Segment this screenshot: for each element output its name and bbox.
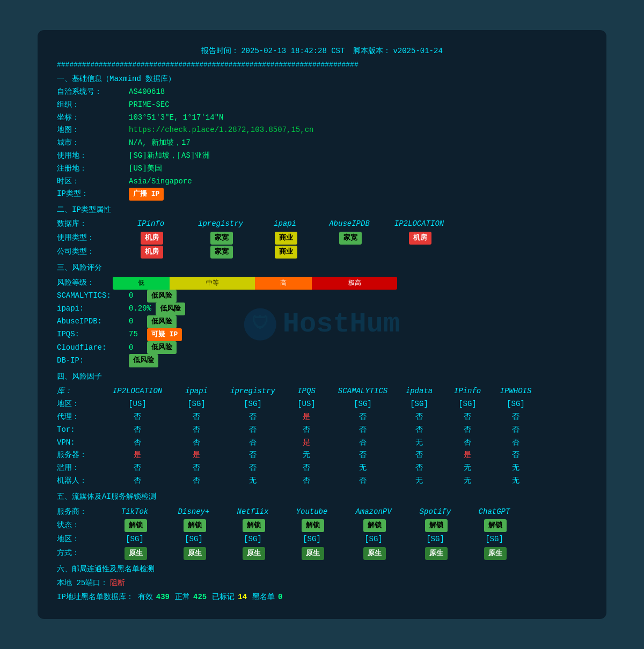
method-netflix: 原生: [223, 547, 282, 560]
svc-tiktok: TikTok: [105, 506, 164, 519]
terminal-window: 🛡 HostHum 报告时间： 2025-02-13 18:42:28 CST …: [38, 30, 606, 618]
vpn-1: 否: [105, 437, 170, 449]
vpn-row: VPN: 否 否 否 是 否 无 否 否: [57, 437, 587, 449]
db7: IPinfo: [443, 385, 492, 398]
timezone-value: Asia/Singapore: [129, 175, 192, 188]
abuseipdb-prefix: 0: [129, 315, 145, 328]
bot-7: 无: [443, 475, 492, 488]
region-amazon: [SG]: [341, 533, 406, 546]
use-type-ipinfo: 机房: [116, 232, 186, 245]
script-version: v2025-01-24: [393, 45, 442, 58]
valid-count: 439: [156, 591, 170, 604]
tor-6: 否: [395, 424, 443, 437]
svc-spotify: Spotify: [406, 506, 465, 519]
use-type-ip2location-badge: 机房: [409, 232, 431, 245]
tor-3: 否: [223, 424, 282, 437]
company-type-ipinfo-badge: 机房: [141, 246, 163, 259]
vpn-6: 无: [395, 437, 443, 449]
company-type-ipregistry-badge: 家宽: [210, 246, 233, 259]
risk-bar: 低 中等 高 极高: [113, 277, 397, 290]
risk-db-label: 库：: [57, 385, 105, 398]
bot-row: 机器人： 否 否 无 否 否 无 无 无: [57, 475, 587, 488]
tor-8: 否: [492, 424, 540, 437]
server-3: 否: [223, 449, 282, 462]
region-youtube: [SG]: [282, 533, 341, 546]
server-row: 服务器： 是 是 否 无 否 否 是 否: [57, 449, 587, 462]
ip-type-label: IP类型：: [57, 188, 127, 201]
svc-amazon: AmazonPV: [341, 506, 406, 519]
region-tiktok: [SG]: [105, 533, 164, 546]
region-row: 地区： [US] [SG] [SG] [US] [SG] [SG] [SG] […: [57, 398, 587, 411]
coords-value: 103°51′3″E, 1°17′14″N: [129, 112, 223, 124]
risk-db-row: 库： IP2LOCATION ipapi ipregistry IPQS SCA…: [57, 385, 587, 398]
section3-title: 三、风险评分: [57, 262, 587, 275]
region-disney: [SG]: [164, 533, 223, 546]
server-2: 是: [170, 449, 223, 462]
abuse-row: 滥用： 否 否 否 否 无 否 无 无: [57, 462, 587, 475]
map-label: 地图：: [57, 124, 127, 137]
server-6: 否: [395, 449, 443, 462]
company-type-row: 公司类型： 机房 家宽 商业: [57, 246, 587, 259]
section5-title: 五、流媒体及AI服务解锁检测: [57, 491, 587, 504]
service-names-row: 服务商： TikTok Disney+ Netflix Youtube Amaz…: [57, 506, 587, 519]
db-ip2location: IP2LOCATION: [384, 218, 454, 231]
abuseipdb-badge: 低风险: [147, 315, 177, 328]
db-headers-row: 数据库： IPinfo ipregistry ipapi AbuseIPDB I…: [57, 218, 587, 231]
blacklist-db-label: 黑名单: [252, 591, 275, 604]
db3: ipregistry: [223, 385, 282, 398]
reg-location-value: [US]美国: [129, 163, 162, 175]
server-7: 是: [443, 449, 492, 462]
map-link[interactable]: https://check.place/1.2872,103.8507,15,c…: [129, 124, 313, 137]
scamalytics-badge: 低风险: [147, 290, 177, 303]
method-disney: 原生: [164, 547, 223, 560]
use-type-ipapi-badge: 商业: [275, 232, 297, 245]
section4-title: 四、风险因子: [57, 371, 587, 384]
bot-4: 否: [282, 475, 331, 488]
region-netflix: [SG]: [223, 533, 282, 546]
db-ipinfo: IPinfo: [116, 218, 186, 231]
tor-2: 否: [170, 424, 223, 437]
normal-count: 425: [193, 591, 207, 604]
risk-level-row: 风险等级： 低 中等 高 极高: [57, 277, 587, 290]
server-1: 是: [105, 449, 170, 462]
risk-seg-vhigh: 极高: [312, 277, 397, 290]
risk-seg-mid: 中等: [170, 277, 255, 290]
field-org: 组织： PRIME-SEC: [57, 99, 587, 112]
risk-level-label: 风险等级：: [57, 277, 111, 290]
bot-5: 否: [331, 475, 395, 488]
region-8: [SG]: [492, 398, 540, 411]
coords-label: 坐标：: [57, 112, 127, 124]
stream-region-label: 地区：: [57, 533, 105, 546]
use-location-value: [SG]新加坡，[AS]亚洲: [129, 150, 210, 163]
vpn-4: 是: [282, 437, 331, 449]
vpn-3: 否: [223, 437, 282, 449]
status-netflix: 解锁: [223, 519, 282, 532]
company-type-label: 公司类型：: [57, 246, 116, 259]
score-scamalytics: SCAMALYTICS: 0 低风险: [57, 290, 587, 303]
method-row: 方式： 原生 原生 原生 原生 原生 原生 原生: [57, 547, 587, 560]
db1: IP2LOCATION: [105, 385, 170, 398]
db5: SCAMALYTICS: [331, 385, 395, 398]
section2-title: 二、IP类型属性: [57, 204, 587, 217]
dbip-badge: 低风险: [129, 354, 158, 367]
blacklist-label: IP地址黑名单数据库：: [57, 591, 134, 604]
company-type-ipapi-badge: 商业: [275, 246, 297, 259]
region-5: [SG]: [331, 398, 395, 411]
abuse-8: 无: [492, 462, 540, 475]
field-map: 地图： https://check.place/1.2872,103.8507,…: [57, 124, 587, 137]
reg-location-label: 注册地：: [57, 163, 127, 175]
field-timezone: 时区： Asia/Singapore: [57, 175, 587, 188]
field-use-location: 使用地： [SG]新加坡，[AS]亚洲: [57, 150, 587, 163]
use-type-label: 使用类型：: [57, 232, 116, 245]
vpn-2: 否: [170, 437, 223, 449]
port25-label: 本地 25端口：: [57, 577, 108, 590]
score-abuseipdb: AbuseIPDB: 0 低风险: [57, 315, 587, 328]
city-value: N/A, 新加坡，17: [129, 137, 191, 150]
port25-row: 本地 25端口： 阻断: [57, 577, 587, 590]
hash-line: ########################################…: [57, 59, 587, 71]
use-type-abuseipdb: 家宽: [314, 232, 384, 245]
ip-type-badge: 广播 IP: [129, 188, 164, 201]
field-reg-location: 注册地： [US]美国: [57, 163, 587, 175]
timezone-label: 时区：: [57, 175, 127, 188]
risk-factor-table: 库： IP2LOCATION ipapi ipregistry IPQS SCA…: [57, 385, 587, 487]
